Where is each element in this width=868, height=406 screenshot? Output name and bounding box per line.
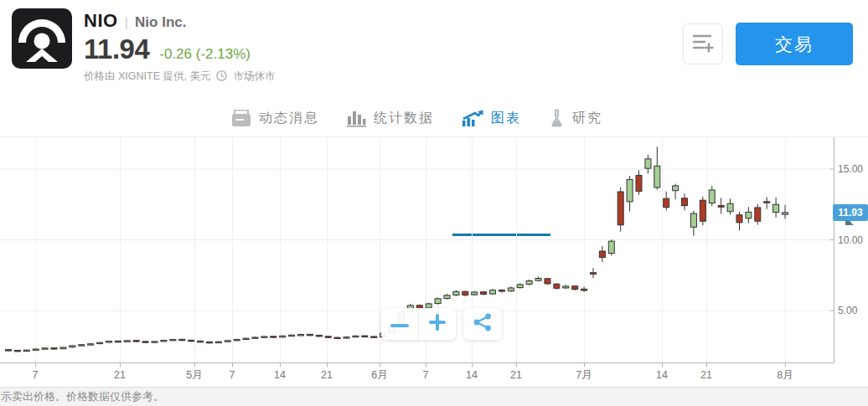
clock-icon xyxy=(216,70,227,84)
price-change: -0.26 (-2.13%) xyxy=(159,46,251,63)
stats-icon xyxy=(347,110,366,127)
tab-chart-label: 图表 xyxy=(491,110,521,127)
svg-text:8月: 8月 xyxy=(777,369,793,381)
zoom-out-button[interactable] xyxy=(381,308,418,340)
instrument-name: Nio Inc. xyxy=(135,14,186,31)
current-price: 11.94 xyxy=(84,33,149,65)
research-icon xyxy=(549,109,565,127)
disclaimer-text: 示卖出价格。价格数据仅供参考。 xyxy=(1,389,164,404)
tab-bar: 动态消息 统计数据 图表 研究 xyxy=(0,99,868,137)
minus-icon xyxy=(390,316,409,331)
svg-text:6月: 6月 xyxy=(371,369,387,381)
share-icon xyxy=(473,313,492,335)
chart-tab-icon xyxy=(462,110,483,127)
svg-text:7月: 7月 xyxy=(576,369,592,381)
svg-text:14: 14 xyxy=(274,369,286,381)
svg-text:11.93: 11.93 xyxy=(838,207,863,218)
chart-zoom-controls xyxy=(381,308,456,340)
tab-research-label: 研究 xyxy=(572,110,602,127)
plus-icon xyxy=(429,314,446,334)
svg-text:5月: 5月 xyxy=(186,369,202,381)
instrument-symbol: NIO xyxy=(84,10,118,32)
svg-text:5.00: 5.00 xyxy=(838,305,858,316)
nio-logo xyxy=(12,8,72,69)
zoom-in-button[interactable] xyxy=(418,308,456,340)
svg-text:14: 14 xyxy=(466,369,478,381)
svg-text:7: 7 xyxy=(423,369,429,381)
svg-text:10.00: 10.00 xyxy=(838,234,863,246)
svg-text:21: 21 xyxy=(510,369,522,381)
candlestick-chart: 7215月714216月714217月14218月15.0010.005.001… xyxy=(0,137,868,387)
svg-text:7: 7 xyxy=(33,369,39,381)
chart-area[interactable]: 7215月714216月714217月14218月15.0010.005.001… xyxy=(0,137,868,387)
svg-text:21: 21 xyxy=(700,369,712,381)
svg-text:21: 21 xyxy=(114,369,126,381)
svg-text:14: 14 xyxy=(656,369,668,381)
tab-chart[interactable]: 图表 xyxy=(462,99,521,137)
add-to-watchlist-icon xyxy=(692,33,714,56)
price-source-label: 价格由 XIGNITE 提供, 美元 xyxy=(84,69,210,84)
tab-feed[interactable]: 动态消息 xyxy=(231,99,319,137)
tab-research[interactable]: 研究 xyxy=(549,99,602,137)
svg-text:15.00: 15.00 xyxy=(838,163,863,175)
tab-feed-label: 动态消息 xyxy=(259,110,319,127)
trade-button[interactable]: 交易 xyxy=(736,23,853,65)
svg-text:21: 21 xyxy=(321,369,333,381)
svg-text:7: 7 xyxy=(230,369,235,381)
tab-stats[interactable]: 统计数据 xyxy=(347,99,434,137)
feed-icon xyxy=(231,110,251,127)
tab-stats-label: 统计数据 xyxy=(374,110,434,127)
title-separator: | xyxy=(125,14,128,31)
disclaimer-bar: 示卖出价格。价格数据仅供参考。 xyxy=(0,387,868,406)
share-button[interactable] xyxy=(463,308,502,340)
market-status: 市场休市 xyxy=(233,69,275,84)
add-to-watchlist-button[interactable] xyxy=(683,23,723,64)
instrument-header: NIO | Nio Inc. 11.94 -0.26 (-2.13%) 价格由 … xyxy=(84,10,275,84)
